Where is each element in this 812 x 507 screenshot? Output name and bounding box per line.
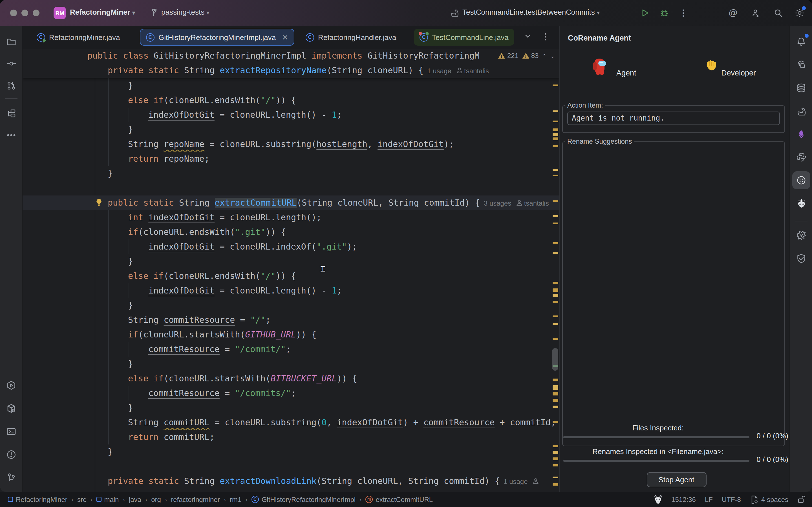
warning-stripe-mark[interactable] xyxy=(553,385,558,390)
breadcrumb-item[interactable]: main xyxy=(96,496,119,503)
code-line-1493[interactable]: 1493 private static String extractReposi… xyxy=(22,63,559,78)
code-line-1521[interactable]: 1521 if(cloneURL.startsWith(GITHUB_URL))… xyxy=(22,327,559,342)
code-line-1509[interactable]: 1509 return repoName; xyxy=(22,152,559,166)
role-agent-label[interactable]: Agent xyxy=(616,69,637,77)
warning-stripe-mark[interactable] xyxy=(553,137,558,140)
role-developer-label[interactable]: Developer xyxy=(721,69,756,77)
indent-widget[interactable]: 4 spaces xyxy=(750,495,788,504)
tabs-chevron-down-icon[interactable] xyxy=(523,32,532,41)
error-stripe[interactable] xyxy=(552,48,559,492)
code-line-1519[interactable]: 1519 } xyxy=(22,298,559,313)
pull-requests-icon[interactable] xyxy=(2,76,20,95)
intention-bulb-icon[interactable] xyxy=(95,198,103,207)
warning-stripe-mark[interactable] xyxy=(553,316,558,317)
commit-icon[interactable] xyxy=(2,55,20,73)
warning-stripe-mark[interactable] xyxy=(553,242,558,244)
tab-TestCommandLine.java[interactable]: CTestCommandLine.java xyxy=(414,29,514,46)
code-editor[interactable]: 89 public class GitHistoryRefactoringMin… xyxy=(22,48,559,492)
project-widget[interactable]: RefactoringMiner ▾ xyxy=(70,8,135,16)
code-line-1507[interactable]: 1507 } xyxy=(22,122,559,137)
crash-report-icon[interactable] xyxy=(792,226,810,244)
line-separator-widget[interactable]: LF xyxy=(705,496,713,503)
structure-icon[interactable] xyxy=(2,105,20,123)
code-line-1531[interactable]: 1531 @ private static String extractDown… xyxy=(22,474,559,489)
warning-stripe-mark[interactable] xyxy=(553,301,558,303)
warning-stripe-mark[interactable] xyxy=(553,175,558,176)
terminal-icon[interactable] xyxy=(2,422,20,441)
breadcrumb-item[interactable]: src xyxy=(77,496,86,503)
warning-stripe-mark[interactable] xyxy=(553,282,558,284)
mascot-icon[interactable] xyxy=(653,494,662,504)
code-line-1524[interactable]: 1524 else if(cloneURL.startsWith(BITBUCK… xyxy=(22,371,559,386)
code-line-1518[interactable]: 1518 indexOfDotGit = cloneURL.length() -… xyxy=(22,283,559,298)
tab-options-kebab-icon[interactable]: ⋮ xyxy=(541,32,550,42)
prev-warning-icon[interactable]: ⌃ xyxy=(542,53,547,59)
code-line-1527[interactable]: 1527 String commitURL = cloneURL.substri… xyxy=(22,415,559,430)
warning-stripe-mark[interactable] xyxy=(553,223,558,224)
branch-widget[interactable]: passing-tests ▾ xyxy=(161,8,209,16)
code-line-1516[interactable]: 1516 } xyxy=(22,254,559,269)
run-button[interactable] xyxy=(640,7,651,18)
python-icon[interactable] xyxy=(792,148,810,166)
warning-stripe-mark[interactable] xyxy=(553,121,558,122)
code-line-1515[interactable]: 1515 indexOfDotGit = cloneURL.indexOf(".… xyxy=(22,239,559,254)
warning-stripe-mark[interactable] xyxy=(553,84,558,86)
warning-stripe-mark[interactable] xyxy=(553,476,558,478)
code-line-1511[interactable]: 1511 xyxy=(22,181,559,195)
database-icon[interactable] xyxy=(792,79,810,97)
version-control-icon[interactable] xyxy=(2,469,20,487)
services-icon[interactable] xyxy=(2,376,20,394)
breadcrumb-item[interactable]: java xyxy=(129,496,141,503)
inspections-widget[interactable]: 221 83 ⌃ ⌄ xyxy=(496,50,557,62)
warning-stripe-mark[interactable] xyxy=(553,169,558,171)
tab-GitHistoryRefactoringMinerImpl.java[interactable]: CGitHistoryRefactoringMinerImpl.java✕ xyxy=(140,29,294,46)
next-warning-icon[interactable]: ⌄ xyxy=(550,53,555,59)
warning-stripe-mark[interactable] xyxy=(553,128,558,131)
notifications-icon[interactable] xyxy=(792,33,810,51)
add-user-icon[interactable] xyxy=(750,7,761,18)
python-packages-icon[interactable] xyxy=(2,399,20,417)
warning-stripe-mark[interactable] xyxy=(553,145,558,147)
tab-RefactoringMiner.java[interactable]: CRefactoringMiner.java xyxy=(31,29,125,46)
breadcrumb-item[interactable]: RefactoringMiner xyxy=(8,496,67,503)
window-zoom-button[interactable] xyxy=(33,10,40,16)
warning-stripe-mark[interactable] xyxy=(553,399,558,402)
agent-crewmate-icon[interactable] xyxy=(593,56,610,75)
run-configuration[interactable]: TestCommandLine.testBetweenCommits ▾ xyxy=(462,8,600,16)
warning-stripe-mark[interactable] xyxy=(553,294,558,297)
code-line-1526[interactable]: 1526 } xyxy=(22,400,559,415)
shield-icon[interactable] xyxy=(792,249,810,268)
mask-icon[interactable] xyxy=(792,194,810,212)
scrollbar-thumb[interactable] xyxy=(552,348,558,371)
warning-stripe-mark[interactable] xyxy=(553,133,558,136)
warning-stripe-mark[interactable] xyxy=(553,288,558,292)
code-line-1529[interactable]: 1529 } xyxy=(22,445,559,459)
problems-icon[interactable] xyxy=(2,446,20,464)
stop-agent-button[interactable]: Stop Agent xyxy=(647,472,706,487)
project-folder-icon[interactable] xyxy=(2,33,20,51)
breadcrumb-item[interactable]: org xyxy=(151,496,161,503)
developer-hand-icon[interactable] xyxy=(704,59,719,73)
breadcrumb-item[interactable]: rm1 xyxy=(230,496,241,503)
code-line-1514[interactable]: 1514 if(cloneURL.endsWith(".git")) { xyxy=(22,225,559,239)
code-line-1504[interactable]: 1504 } xyxy=(22,78,559,93)
more-icon[interactable] xyxy=(2,126,20,144)
code-line-89[interactable]: 89 public class GitHistoryRefactoringMin… xyxy=(22,48,559,63)
code-line-1520[interactable]: 1520 String commitResource = "/"; xyxy=(22,313,559,327)
breadcrumb-item[interactable]: CGitHistoryRefactoringMinerImpl xyxy=(252,496,356,503)
warning-stripe-mark[interactable] xyxy=(553,483,558,486)
settings-gear-icon[interactable] xyxy=(794,7,805,18)
code-line-1506[interactable]: 1506 indexOfDotGit = cloneURL.length() -… xyxy=(22,108,559,122)
plugin-purple-icon[interactable] xyxy=(792,125,810,143)
warning-stripe-mark[interactable] xyxy=(553,445,558,447)
code-line-1510[interactable]: 1510 } xyxy=(22,166,559,181)
warning-stripe-mark[interactable] xyxy=(553,392,558,395)
code-line-1525[interactable]: 1525 commitResource = "/commits/"; xyxy=(22,386,559,400)
debug-button[interactable] xyxy=(659,7,670,18)
breadcrumb-item[interactable]: mextractCommitURL xyxy=(365,496,433,503)
code-line-1530[interactable]: 1530 xyxy=(22,459,559,474)
code-line-1508[interactable]: 1508 String repoName = cloneURL.substrin… xyxy=(22,137,559,152)
window-close-button[interactable] xyxy=(10,10,17,16)
warning-stripe-mark[interactable] xyxy=(553,406,558,408)
corename-agent-icon[interactable] xyxy=(792,171,810,189)
